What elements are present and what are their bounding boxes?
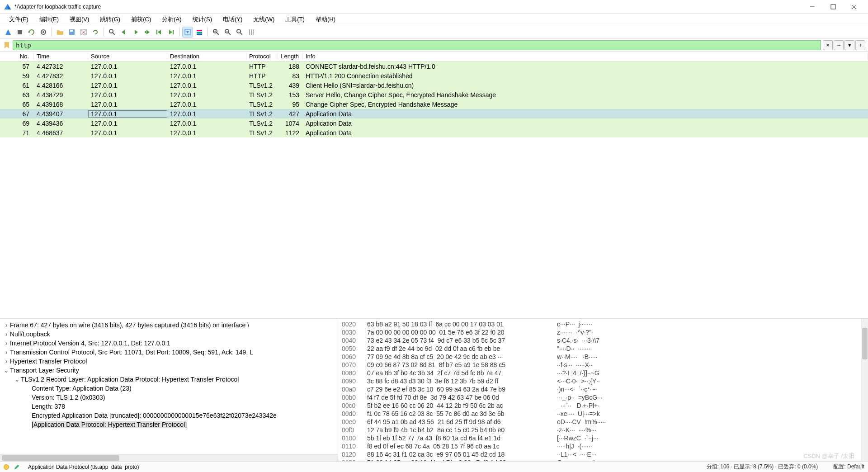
save-file-icon[interactable] [66, 27, 77, 38]
start-capture-icon[interactable] [3, 27, 14, 38]
column-source[interactable]: Source [88, 53, 167, 60]
zoom-out-icon[interactable] [222, 27, 233, 38]
open-file-icon[interactable] [55, 27, 66, 38]
go-back-icon[interactable] [118, 27, 129, 38]
tree-item[interactable]: Length: 378 [0, 402, 338, 411]
auto-scroll-icon[interactable] [182, 27, 193, 38]
zoom-reset-icon[interactable] [234, 27, 245, 38]
menu-item[interactable]: 电话(Y) [217, 14, 248, 25]
tree-hscrollbar[interactable] [0, 454, 338, 461]
chevron-right-icon[interactable]: › [3, 321, 10, 329]
chevron-right-icon[interactable]: › [3, 340, 10, 347]
tree-item[interactable]: Content Type: Application Data (23) [0, 384, 338, 393]
menu-item[interactable]: 文件(F) [4, 14, 34, 25]
filter-bookmark-icon[interactable] [3, 41, 11, 49]
packet-row[interactable]: 594.427832127.0.0.1127.0.0.1HTTP83HTTP/1… [0, 71, 868, 80]
close-button[interactable] [844, 0, 864, 14]
go-last-icon[interactable] [165, 27, 176, 38]
hex-row[interactable]: 00a0c7 29 6e e2 ef 85 3c 10 60 99 a4 63 … [342, 386, 864, 394]
filter-apply-button[interactable]: → [834, 40, 844, 50]
svg-line-29 [240, 33, 242, 35]
column-info[interactable]: Info [303, 53, 868, 60]
tree-item[interactable]: Encrypted Application Data [truncated]: … [0, 411, 338, 420]
chevron-down-icon[interactable]: ⌄ [14, 376, 21, 383]
packet-row[interactable]: 654.439168127.0.0.1127.0.0.1TLSv1.295Cha… [0, 99, 868, 109]
column-destination[interactable]: Destination [167, 53, 246, 60]
tree-item[interactable]: ›Null/Loopback [0, 330, 338, 339]
expert-info-icon[interactable] [4, 464, 9, 470]
hex-row[interactable]: 005022 aa f9 df 2e 44 bc 9d 02 dd 0f aa … [342, 345, 864, 353]
hex-row[interactable]: 00c05f b2 ee 16 60 cc 06 20 44 12 2b f9 … [342, 402, 864, 410]
tree-item[interactable]: ⌄Transport Layer Security [0, 366, 338, 375]
hex-row[interactable]: 0110f8 ed 0f ef ec 68 7c 4a 05 28 15 7f … [342, 443, 864, 451]
colorize-icon[interactable] [194, 27, 205, 38]
tree-item[interactable]: ⌄TLSv1.2 Record Layer: Application Data … [0, 375, 338, 384]
tree-item[interactable]: ›Transmission Control Protocol, Src Port… [0, 348, 338, 357]
hex-row[interactable]: 004073 e2 43 34 2e 05 73 f4 9d c7 e6 33 … [342, 337, 864, 345]
menu-item[interactable]: 工具(T) [280, 14, 310, 25]
menu-item[interactable]: 跳转(G) [94, 14, 126, 25]
chevron-right-icon[interactable]: › [3, 330, 10, 338]
go-forward-icon[interactable] [130, 27, 141, 38]
menu-item[interactable]: 无线(W) [248, 14, 280, 25]
hex-row[interactable]: 008007 ea 8b 3f b0 4c 3b 34 2f c7 7d 5d … [342, 369, 864, 378]
menu-item[interactable]: 统计(S) [187, 14, 217, 25]
go-to-packet-icon[interactable] [142, 27, 153, 38]
menu-item[interactable]: 视图(V) [64, 14, 94, 25]
packet-details-tree[interactable]: ›Frame 67: 427 bytes on wire (3416 bits)… [0, 319, 338, 461]
packet-row[interactable]: 614.428166127.0.0.1127.0.0.1TLSv1.2439Cl… [0, 80, 868, 90]
chevron-down-icon[interactable]: ⌄ [3, 367, 10, 374]
zoom-in-icon[interactable] [211, 27, 222, 38]
hex-row[interactable]: 00903c 88 fc d8 43 d3 30 f3 3e f6 12 3b … [342, 378, 864, 386]
menu-item[interactable]: 帮助(H) [310, 14, 341, 25]
packet-row[interactable]: 714.468637127.0.0.1127.0.0.1TLSv1.21122A… [0, 128, 868, 137]
column-protocol[interactable]: Protocol [246, 53, 278, 60]
tree-item[interactable]: ›Internet Protocol Version 4, Src: 127.0… [0, 339, 338, 348]
column-length[interactable]: Length [278, 53, 303, 60]
stop-capture-icon[interactable] [14, 27, 25, 38]
packet-row[interactable]: 694.439436127.0.0.1127.0.0.1TLSv1.21074A… [0, 118, 868, 128]
minimize-button[interactable] [802, 0, 823, 14]
packet-row[interactable]: 634.438729127.0.0.1127.0.0.1TLSv1.2153Se… [0, 90, 868, 99]
menu-item[interactable]: 编辑(E) [34, 14, 64, 25]
tree-item[interactable]: [Application Data Protocol: Hypertext Tr… [0, 420, 338, 429]
close-file-icon[interactable] [78, 27, 89, 38]
hex-row[interactable]: 00f012 7a b9 f9 4b 1c b4 b2 8a cc 15 c0 … [342, 426, 864, 434]
hex-row[interactable]: 013051 02 14 05 ae 82 18 d4 ef 71 a8 82 … [342, 459, 864, 461]
packet-row[interactable]: 574.427312127.0.0.1127.0.0.1HTTP188CONNE… [0, 61, 868, 71]
hex-row[interactable]: 00e06f 44 95 a1 0b ad 43 56 21 6d 25 ff … [342, 418, 864, 426]
column-time[interactable]: Time [34, 53, 88, 60]
tree-item[interactable]: Version: TLS 1.2 (0x0303) [0, 393, 338, 402]
maximize-button[interactable] [823, 0, 844, 14]
chevron-right-icon[interactable]: › [3, 358, 10, 365]
hex-row[interactable]: 00d0f1 0c 78 65 16 c2 03 8c 55 7c 86 d0 … [342, 410, 864, 418]
packet-row[interactable]: 674.439407127.0.0.1127.0.0.1TLSv1.2427Ap… [0, 109, 868, 118]
resize-columns-icon[interactable] [246, 27, 257, 38]
hex-row[interactable]: 00307a 00 00 00 00 00 00 00 01 5e 76 e6 … [342, 329, 864, 337]
hex-row[interactable]: 006077 09 9e 4d 8b 8a cf c5 20 0e 42 9c … [342, 353, 864, 361]
tree-item[interactable]: ›Frame 67: 427 bytes on wire (3416 bits)… [0, 321, 338, 330]
display-filter-input[interactable] [13, 40, 821, 50]
hex-row[interactable]: 007009 c0 66 87 73 02 8d 81 8f b7 e5 a9 … [342, 361, 864, 369]
chevron-right-icon[interactable]: › [3, 349, 10, 356]
packet-bytes-pane[interactable]: 002063 b8 a2 91 50 18 03 ff 6a cc 00 00 … [338, 319, 868, 461]
menu-item[interactable]: 分析(A) [156, 14, 187, 25]
filter-dropdown-button[interactable]: ▾ [844, 40, 854, 50]
hex-row[interactable]: 012088 16 4c 31 f1 02 ca 3c e9 97 05 01 … [342, 451, 864, 459]
tree-item[interactable]: ›Hypertext Transfer Protocol [0, 357, 338, 366]
hex-row[interactable]: 01005b 1f eb 1f 52 77 7a 43 f8 60 1a cd … [342, 434, 864, 443]
capture-options-icon[interactable] [38, 27, 49, 38]
menu-item[interactable]: 捕获(C) [126, 14, 156, 25]
restart-capture-icon[interactable] [26, 27, 37, 38]
reload-file-icon[interactable] [90, 27, 101, 38]
filter-add-button[interactable]: + [855, 40, 865, 50]
column-no[interactable]: No. [0, 53, 34, 60]
find-packet-icon[interactable] [107, 27, 118, 38]
status-profile[interactable]: 配置: Default [833, 463, 864, 471]
hex-row[interactable]: 00b0f4 f7 de 5f fd 70 df 8e 3d 79 42 63 … [342, 394, 864, 402]
hex-row[interactable]: 002063 b8 a2 91 50 18 03 ff 6a cc 00 00 … [342, 321, 864, 329]
filter-clear-button[interactable]: × [823, 40, 833, 50]
go-first-icon[interactable] [154, 27, 165, 38]
hex-vscrollbar[interactable] [861, 319, 868, 461]
edit-icon[interactable] [14, 464, 20, 470]
